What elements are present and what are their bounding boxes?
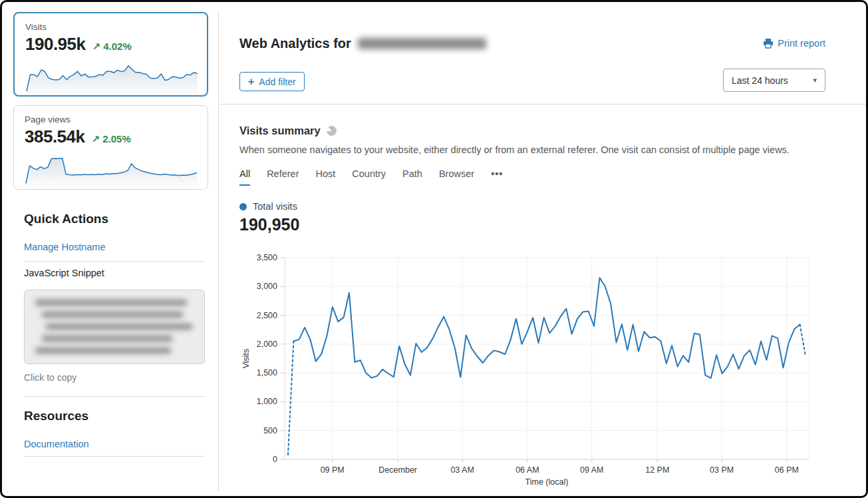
documentation-link[interactable]: Documentation <box>24 439 89 449</box>
sidebar-divider <box>24 396 205 397</box>
javascript-snippet-code-box[interactable] <box>24 290 205 364</box>
site-domain-blurred <box>358 38 486 49</box>
snippet-blurred-line <box>46 324 192 330</box>
legend-label: Total visits <box>253 201 297 212</box>
tab-country[interactable]: Country <box>352 168 386 186</box>
sidebar-divider <box>24 456 205 457</box>
manage-hostname-link[interactable]: Manage Hostname <box>24 242 106 252</box>
tab-host[interactable]: Host <box>315 168 335 186</box>
series-line-dashed <box>288 342 293 455</box>
y-axis-tick-label: 3,000 <box>257 282 277 291</box>
visits-line-chart[interactable]: 05001,0001,5002,0002,5003,0003,50009 PMD… <box>239 247 813 496</box>
visits-card-label: Visits <box>25 22 196 32</box>
x-axis-tick-label: 06 PM <box>775 465 799 475</box>
x-axis-tick-label: 12 PM <box>645 465 669 475</box>
trend-up-icon: ↗ <box>92 41 100 52</box>
page-title: Web Analytics for <box>239 36 486 51</box>
tab-path[interactable]: Path <box>402 168 422 186</box>
time-range-value: Last 24 hours <box>732 75 788 86</box>
tab-browser[interactable]: Browser <box>439 168 474 186</box>
print-report-button[interactable]: Print report <box>763 38 825 49</box>
click-to-copy-hint: Click to copy <box>24 372 76 383</box>
total-visits-value: 190,950 <box>239 215 299 234</box>
y-axis-tick-label: 1,500 <box>257 368 277 377</box>
snippet-blurred-line <box>42 312 183 318</box>
add-filter-button[interactable]: + Add filter <box>239 72 305 91</box>
x-axis-tick-label: December <box>378 465 417 475</box>
summary-tabs: AllRefererHostCountryPathBrowser••• <box>239 168 503 186</box>
legend-dot-icon <box>239 203 247 210</box>
series-line-dashed <box>800 324 805 356</box>
javascript-snippet-label: JavaScript Snippet <box>24 268 104 278</box>
visits-summary-description: When someone navigates to your website, … <box>239 144 790 155</box>
y-axis-title: Visits <box>241 349 251 369</box>
y-axis-tick-label: 1,000 <box>257 397 277 406</box>
visits-sparkline-chart <box>25 59 199 95</box>
y-axis-tick-label: 2,500 <box>257 311 277 320</box>
sidebar-main-separator <box>218 11 219 491</box>
header-divider <box>218 104 868 105</box>
printer-icon <box>763 38 774 49</box>
snippet-blurred-line <box>35 300 187 306</box>
sidebar-divider <box>24 261 205 262</box>
resources-heading: Resources <box>24 409 88 423</box>
series-line <box>293 278 799 378</box>
chevron-down-icon: ▾ <box>813 76 817 85</box>
y-axis-tick-label: 0 <box>273 455 277 464</box>
y-axis-tick-label: 2,000 <box>257 340 277 349</box>
visits-metric-card[interactable]: Visits 190.95k ↗ 4.02% <box>13 12 208 97</box>
trend-up-icon: ↗ <box>91 133 100 144</box>
x-axis-tick-label: 03 PM <box>710 465 734 475</box>
x-axis-title: Time (local) <box>525 477 569 487</box>
tabs-overflow-button[interactable]: ••• <box>491 168 503 186</box>
snippet-blurred-line <box>35 348 171 354</box>
time-range-dropdown[interactable]: Last 24 hours ▾ <box>723 69 825 92</box>
x-axis-tick-label: 09 PM <box>321 465 345 475</box>
quick-actions-heading: Quick Actions <box>24 212 108 226</box>
pageviews-card-value: 385.54k <box>25 126 84 147</box>
tab-all[interactable]: All <box>239 168 250 186</box>
pageviews-sparkline-chart <box>25 151 198 187</box>
y-axis-tick-label: 3,500 <box>257 253 277 262</box>
tab-referer[interactable]: Referer <box>267 168 299 186</box>
pageviews-card-delta: ↗ 2.05% <box>91 133 130 145</box>
help-pie-icon[interactable] <box>327 126 337 136</box>
x-axis-tick-label: 03 AM <box>450 465 474 475</box>
pageviews-card-label: Page views <box>25 115 197 124</box>
visits-card-value: 190.95k <box>25 34 85 55</box>
x-axis-tick-label: 06 AM <box>515 465 539 475</box>
y-axis-tick-label: 500 <box>263 426 277 435</box>
plus-icon: + <box>248 77 254 87</box>
chart-legend: Total visits <box>239 201 297 212</box>
visits-card-delta: ↗ 4.02% <box>92 41 131 53</box>
pageviews-metric-card[interactable]: Page views 385.54k ↗ 2.05% <box>13 105 208 190</box>
snippet-blurred-line <box>42 336 172 342</box>
visits-summary-title: Visits summary <box>239 124 337 137</box>
x-axis-tick-label: 09 AM <box>580 465 603 475</box>
